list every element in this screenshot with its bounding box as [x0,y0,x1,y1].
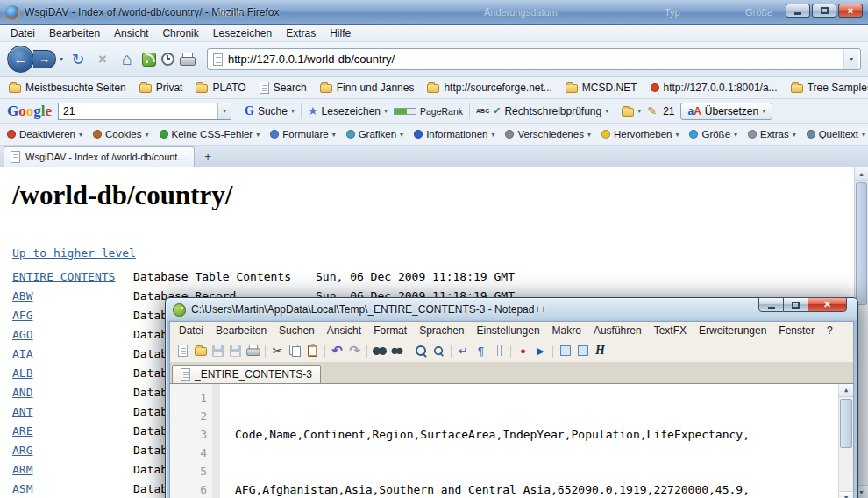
scroll-up-icon[interactable]: ▲ [855,167,868,181]
url-input[interactable] [228,53,838,66]
webdev-outline[interactable]: Hervorheben▾ [601,129,679,139]
entry-link[interactable]: ANT [12,405,133,418]
record-macro-icon[interactable]: ● [515,343,531,359]
minimize-button[interactable] [758,297,784,312]
entry-link[interactable]: AIA [12,347,133,360]
hex-editor-icon[interactable]: H [592,343,608,359]
entry-link[interactable]: AFG [12,309,133,322]
scroll-up-icon[interactable]: ▲ [839,384,853,397]
google-search-button[interactable]: GSuche▾ [245,104,295,118]
entry-link[interactable]: ARM [12,463,133,476]
menu-datei[interactable]: Datei [4,25,42,41]
scroll-down-icon[interactable]: ▼ [839,491,853,498]
feed-icon[interactable] [142,53,156,67]
webdev-source[interactable]: Quelltext▾ [807,129,865,139]
autofill-button[interactable]: ▾ [622,106,641,117]
webdev-cookies[interactable]: Cookies▾ [93,129,149,139]
save-all-icon[interactable] [227,343,244,359]
npp-menu-suchen[interactable]: Suchen [273,323,321,338]
editor-text[interactable]: Code,Name,Continent,Region,SurfaceArea,I… [231,384,853,498]
bookmark-item[interactable]: PLATO [196,82,245,94]
stop-button[interactable]: × [93,52,112,68]
webdev-information[interactable]: Informationen▾ [414,129,494,139]
npp-menu-ausfuehren[interactable]: Ausführen [587,323,648,338]
pagerank-widget[interactable]: PageRank [394,106,463,117]
forward-button[interactable]: → [33,50,56,68]
maximize-button[interactable] [784,297,808,312]
npp-menu-bearbeiten[interactable]: Bearbeiten [210,323,273,338]
new-file-icon[interactable] [174,343,191,359]
undo-icon[interactable]: ↶ [329,343,345,359]
bookmark-item[interactable]: http://sourceforge.net... [427,82,551,94]
google-bookmarks-button[interactable]: ★Lesezeichen▾ [308,104,388,117]
entry-link[interactable]: ENTIRE CONTENTS [12,270,133,283]
notepadpp-titlebar[interactable]: C:\Users\Martin\AppData\Local\Temp\_ENTI… [169,298,854,321]
editor-scrollbar[interactable]: ▲ ▼ [838,384,853,498]
history-clock-icon[interactable] [161,53,174,66]
print-button[interactable] [180,53,195,66]
menu-extras[interactable]: Extras [279,25,323,41]
npp-menu-einstellungen[interactable]: Einstellungen [471,323,546,338]
close-button[interactable]: ✕ [808,297,847,312]
npp-menu-textfx[interactable]: TextFX [648,323,693,338]
webdev-miscellaneous[interactable]: Verschiedenes▾ [505,129,590,139]
doc-map-icon[interactable] [557,343,573,359]
webdev-disable[interactable]: Deaktivieren▾ [7,129,82,139]
home-button[interactable]: ⌂ [117,49,137,69]
back-button[interactable]: ← [7,46,34,73]
webdev-images[interactable]: Grafiken▾ [346,129,403,139]
up-link[interactable]: Up to higher level [12,246,136,260]
bookmark-item[interactable]: Meistbesuchte Seiten [9,82,126,94]
menu-bearbeiten[interactable]: Bearbeiten [42,25,107,41]
bookmark-item[interactable]: Finn und Jannes [320,82,415,94]
url-bar[interactable]: ▾ [207,48,861,70]
menu-lesezeichen[interactable]: Lesezeichen [206,25,279,41]
find-icon[interactable] [371,343,388,359]
minimize-button[interactable] [786,4,810,18]
webdev-forms[interactable]: Formulare▾ [270,129,335,139]
replace-icon[interactable] [388,343,405,359]
search-dropdown-icon[interactable]: ▾ [217,103,231,119]
google-search-input[interactable] [59,105,217,117]
entry-link[interactable]: ARG [12,444,133,457]
bookmark-item[interactable]: Search [260,82,307,94]
translate-button[interactable]: aAÜbersetzen▾ [680,103,772,120]
function-list-icon[interactable] [574,343,591,359]
npp-menu-makro[interactable]: Makro [546,323,587,338]
bookmark-item[interactable]: Tree Samples [791,82,868,94]
indent-guide-icon[interactable] [490,343,507,359]
entry-link[interactable]: AGO [12,328,133,341]
entry-link[interactable]: ALB [12,366,133,380]
url-dropdown-icon[interactable]: ▾ [843,49,858,69]
paste-icon[interactable] [304,343,321,359]
word-wrap-icon[interactable]: ↵ [455,343,472,359]
highlighter-icon[interactable]: ✎ [647,104,657,117]
spellcheck-button[interactable]: ABC✓Rechtschreibprüfung▾ [476,105,608,117]
notepadpp-editor[interactable]: 1 2 3 4 5 6 Code,Name,Continent,Region,S… [169,383,854,498]
cut-icon[interactable]: ✂ [269,343,286,359]
reload-button[interactable]: ↻ [68,50,88,69]
redo-icon[interactable]: ↷ [346,343,363,359]
npp-menu-ansicht[interactable]: Ansicht [321,323,367,338]
zoom-in-icon[interactable] [413,343,430,359]
entry-link[interactable]: ABW [12,289,133,302]
menu-ansicht[interactable]: Ansicht [107,25,155,41]
entry-link[interactable]: ASM [12,482,133,495]
close-button[interactable]: × [838,4,863,18]
bookmark-item[interactable]: http://127.0.0.1:8001/a... [651,82,778,94]
zoom-out-icon[interactable] [430,343,447,359]
copy-icon[interactable] [287,343,303,359]
play-macro-icon[interactable]: ▶ [532,343,549,359]
bookmark-item[interactable]: MCSD.NET [566,82,637,94]
bookmark-item[interactable]: Privat [139,82,183,94]
npp-menu-datei[interactable]: Datei [173,323,210,338]
npp-tab-active[interactable]: _ENTIRE_CONTENTS-3 [172,365,321,383]
npp-menu-sprachen[interactable]: Sprachen [413,323,470,338]
google-search-box[interactable]: ▾ [58,103,231,120]
scrollbar-thumb[interactable] [840,399,852,448]
npp-menu-format[interactable]: Format [367,323,413,338]
webdev-tools[interactable]: Extras▾ [748,129,796,139]
save-icon[interactable] [210,343,226,359]
new-tab-button[interactable]: + [197,148,218,165]
maximize-button[interactable] [812,4,836,18]
